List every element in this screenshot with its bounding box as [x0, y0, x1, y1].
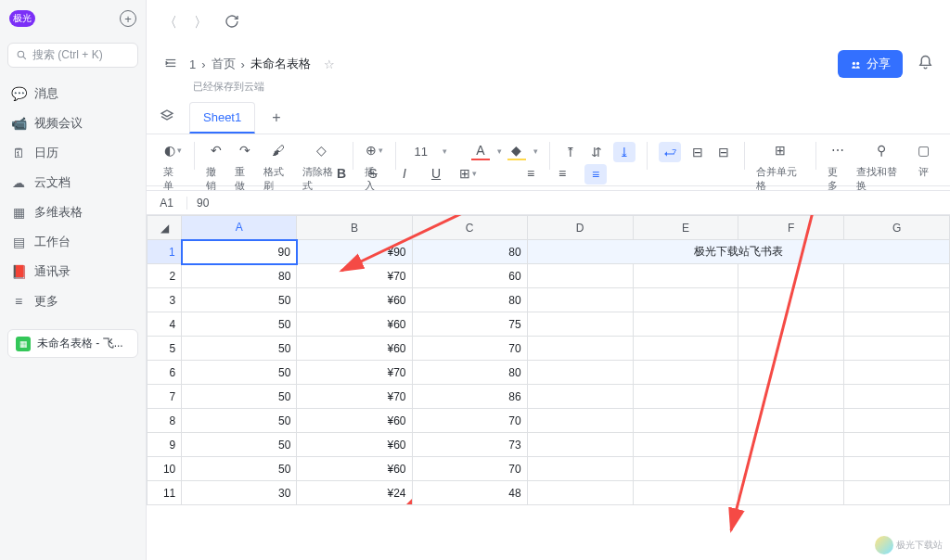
valign-middle-button[interactable]: ⇵ — [587, 143, 606, 161]
insert-button[interactable]: ⊕▾ — [365, 141, 383, 159]
cell[interactable] — [844, 457, 950, 481]
forward-button[interactable]: 〉 — [194, 14, 208, 32]
nav-more[interactable]: ≡更多 — [0, 286, 146, 316]
fill-color-button[interactable]: ◆ — [507, 142, 526, 160]
cell[interactable] — [738, 433, 844, 457]
share-button[interactable]: 分享 — [838, 50, 903, 78]
merge-cells-button[interactable]: ⊞ — [771, 141, 790, 159]
cell[interactable] — [527, 481, 633, 505]
cell[interactable]: 50 — [182, 409, 297, 433]
cell[interactable] — [633, 433, 738, 457]
cell[interactable]: ¥60 — [297, 337, 412, 361]
strike-button[interactable]: S — [364, 164, 382, 183]
cell-value[interactable]: 90 — [187, 197, 218, 210]
cell[interactable] — [527, 312, 633, 337]
font-color-button[interactable]: A — [471, 142, 490, 160]
cell[interactable] — [738, 312, 844, 337]
underline-button[interactable]: U — [427, 164, 445, 183]
bold-button[interactable]: B — [332, 164, 351, 183]
cell[interactable]: 90 — [182, 240, 297, 264]
cell[interactable]: 50 — [182, 433, 297, 457]
cell[interactable]: 50 — [182, 361, 297, 385]
align-right-button[interactable]: ≡ — [584, 164, 607, 185]
cell[interactable] — [633, 337, 738, 361]
nav-base[interactable]: ▦多维表格 — [0, 197, 146, 227]
cell[interactable] — [633, 361, 738, 385]
cell[interactable] — [738, 409, 844, 433]
layers-icon[interactable] — [160, 108, 174, 126]
cell[interactable]: 80 — [412, 288, 527, 312]
cell[interactable] — [633, 288, 738, 312]
cell[interactable] — [633, 409, 738, 433]
cell[interactable] — [844, 409, 950, 433]
cell[interactable] — [527, 409, 633, 433]
cell[interactable]: 50 — [182, 337, 297, 361]
sheet-tab[interactable]: Sheet1 — [189, 102, 255, 134]
row-header[interactable]: 11 — [148, 481, 182, 505]
halign-right-button[interactable]: ⊟ — [714, 143, 733, 161]
row-header[interactable]: 5 — [148, 337, 182, 361]
col-header[interactable]: E — [633, 216, 738, 240]
cell[interactable] — [633, 264, 738, 288]
cell[interactable] — [527, 337, 633, 361]
cell[interactable]: 50 — [182, 457, 297, 481]
cell[interactable] — [738, 457, 844, 481]
cell[interactable]: 70 — [412, 409, 527, 433]
row-header[interactable]: 2 — [148, 264, 182, 288]
row-header[interactable]: 7 — [148, 385, 182, 409]
cell[interactable]: 73 — [412, 433, 527, 457]
cell[interactable] — [738, 361, 844, 385]
cell[interactable]: 86 — [412, 385, 527, 409]
cell[interactable]: 50 — [182, 288, 297, 312]
nav-contacts[interactable]: 📕通讯录 — [0, 257, 146, 286]
cell[interactable]: 80 — [412, 361, 527, 385]
cell[interactable]: ¥60 — [297, 433, 412, 457]
cell[interactable]: 50 — [182, 312, 297, 337]
border-button[interactable]: ⊞▾ — [458, 164, 477, 183]
redo-button[interactable]: ↷ — [236, 141, 254, 159]
cell[interactable]: 48 — [412, 481, 527, 505]
cell[interactable] — [633, 312, 738, 337]
open-doc-item[interactable]: ▦ 未命名表格 - 飞... — [7, 329, 138, 358]
align-left-button[interactable]: ≡ — [521, 164, 540, 183]
cell[interactable]: ¥60 — [297, 312, 412, 337]
cell[interactable] — [527, 433, 633, 457]
add-sheet-button[interactable]: + — [264, 106, 288, 130]
cell[interactable] — [738, 288, 844, 312]
breadcrumb-item[interactable]: 1 — [189, 57, 196, 71]
cell[interactable] — [844, 481, 950, 505]
add-button[interactable]: + — [120, 10, 136, 27]
breadcrumb-item[interactable]: 首页 — [212, 56, 236, 72]
cell[interactable] — [738, 385, 844, 409]
align-center-button[interactable]: ≡ — [553, 164, 571, 183]
cell[interactable]: ¥24 — [297, 481, 412, 505]
cell[interactable] — [738, 264, 844, 288]
app-logo[interactable]: 极光 — [9, 10, 35, 27]
col-header[interactable]: G — [844, 216, 950, 240]
select-all-corner[interactable]: ◢ — [148, 216, 182, 240]
col-header[interactable]: D — [527, 216, 633, 240]
toggle-sidebar-icon[interactable] — [163, 57, 178, 72]
cell[interactable] — [738, 337, 844, 361]
cell[interactable] — [844, 337, 950, 361]
search-input[interactable]: 搜索 (Ctrl + K) — [7, 43, 138, 68]
undo-button[interactable]: ↶ — [207, 141, 225, 159]
cell[interactable] — [844, 361, 950, 385]
col-header[interactable]: B — [297, 216, 412, 240]
row-header[interactable]: 6 — [148, 361, 182, 385]
nav-clouddoc[interactable]: ☁云文档 — [0, 168, 146, 197]
nav-messages[interactable]: 💬消息 — [0, 79, 146, 108]
cell[interactable] — [527, 264, 633, 288]
cell[interactable]: 50 — [182, 385, 297, 409]
format-painter-button[interactable]: 🖌 — [269, 141, 288, 159]
cell[interactable] — [844, 264, 950, 288]
wrap-button[interactable]: ⮐ — [659, 142, 681, 162]
refresh-button[interactable] — [225, 14, 239, 32]
clear-format-button[interactable]: ◇ — [313, 141, 331, 159]
cell-reference[interactable]: A1 — [147, 197, 187, 210]
back-button[interactable]: 〈 — [163, 14, 177, 32]
cell[interactable]: ¥60 — [297, 409, 412, 433]
breadcrumb-current[interactable]: 未命名表格 — [250, 56, 311, 72]
col-header[interactable]: C — [412, 216, 527, 240]
cell[interactable]: ¥70 — [297, 264, 412, 288]
